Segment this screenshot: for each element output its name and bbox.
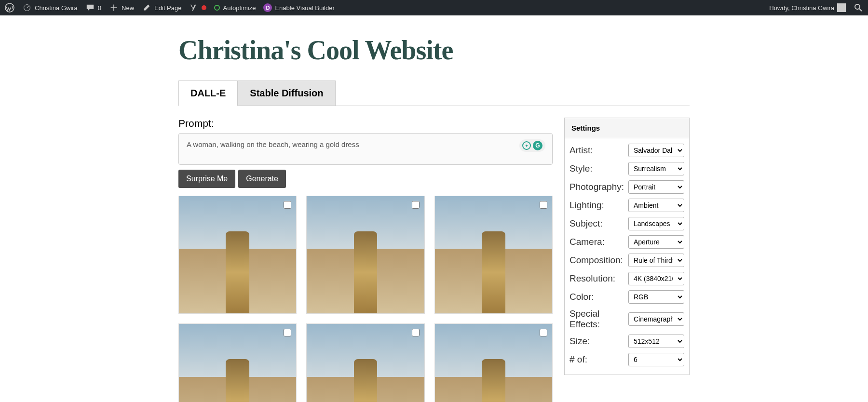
edit-page-label: Edit Page	[154, 4, 181, 12]
generate-button[interactable]: Generate	[238, 170, 286, 188]
tab-dalle[interactable]: DALL-E	[178, 80, 238, 106]
setting-label: Artist:	[570, 145, 624, 156]
setting-select[interactable]: 4K (3840x216	[628, 272, 684, 285]
prompt-text: A woman, walking on the beach, wearing a…	[187, 140, 359, 148]
select-image-checkbox[interactable]	[284, 329, 291, 336]
generator-tabs: DALL-E Stable Diffusion	[178, 80, 690, 106]
setting-label: Photography:	[570, 182, 624, 192]
search-icon	[854, 3, 863, 13]
admin-bar-right: Howdy, Christina Gwira	[769, 3, 863, 13]
svg-point-2	[855, 4, 860, 9]
site-name-label: Christina Gwira	[35, 4, 78, 12]
autoptimize-menu[interactable]: Autoptimize	[214, 4, 256, 12]
comments-count: 0	[98, 4, 101, 12]
setting-label: Style:	[570, 163, 624, 174]
setting-select[interactable]: Portrait	[628, 180, 684, 194]
status-circle-green-icon	[214, 5, 220, 11]
setting-select[interactable]: Rule of Thirds	[628, 254, 684, 267]
comments-menu[interactable]: 0	[85, 3, 101, 13]
howdy-text: Howdy, Christina Gwira	[769, 4, 834, 12]
new-label: New	[122, 4, 134, 12]
main-content: Christina's Cool Website DALL-E Stable D…	[178, 15, 690, 402]
button-row: Surprise Me Generate	[178, 170, 553, 188]
result-image[interactable]	[306, 196, 424, 314]
site-name-menu[interactable]: Christina Gwira	[22, 3, 78, 13]
visual-builder-label: Enable Visual Builder	[275, 4, 334, 12]
select-image-checkbox[interactable]	[540, 329, 547, 336]
setting-row: Subject:Landscapes	[570, 214, 684, 233]
setting-row: Style:Surrealism	[570, 160, 684, 178]
setting-select[interactable]: Landscapes	[628, 217, 684, 230]
settings-body: Artist:Salvador DalíStyle:SurrealismPhot…	[565, 138, 689, 375]
surprise-me-button[interactable]: Surprise Me	[178, 170, 235, 188]
select-image-checkbox[interactable]	[412, 329, 420, 336]
suggestion-icon[interactable]: ✦	[522, 141, 531, 150]
page-title: Christina's Cool Website	[178, 35, 690, 66]
setting-row: Photography:Portrait	[570, 178, 684, 196]
results-gallery	[178, 196, 553, 402]
tab-stable-diffusion[interactable]: Stable Diffusion	[238, 80, 335, 106]
setting-row: Artist:Salvador Dalí	[570, 141, 684, 160]
prompt-badges: ✦ G	[519, 139, 545, 152]
settings-panel: Settings Artist:Salvador DalíStyle:Surre…	[564, 118, 690, 375]
select-image-checkbox[interactable]	[540, 201, 547, 209]
setting-row: # of:6	[570, 350, 684, 369]
setting-row: Lighting:Ambient	[570, 196, 684, 214]
yoast-menu[interactable]	[189, 3, 206, 13]
admin-bar-left: Christina Gwira 0 New Edit Page	[5, 3, 335, 13]
setting-label: Resolution:	[570, 273, 624, 284]
setting-row: Size:512x512	[570, 332, 684, 350]
dashboard-icon	[22, 3, 32, 13]
setting-select[interactable]: 6	[628, 353, 684, 366]
setting-select[interactable]: RGB	[628, 290, 684, 304]
select-image-checkbox[interactable]	[284, 201, 291, 209]
setting-label: # of:	[570, 354, 624, 365]
account-menu[interactable]: Howdy, Christina Gwira	[769, 3, 846, 12]
prompt-input[interactable]: A woman, walking on the beach, wearing a…	[178, 133, 553, 165]
yoast-icon	[189, 3, 199, 13]
new-content-menu[interactable]: New	[109, 3, 134, 13]
result-image[interactable]	[306, 323, 424, 402]
setting-row: Color:RGB	[570, 288, 684, 306]
setting-label: Subject:	[570, 218, 624, 229]
left-column: Prompt: A woman, walking on the beach, w…	[178, 118, 553, 402]
setting-select[interactable]: Salvador Dalí	[628, 144, 684, 157]
autoptimize-label: Autoptimize	[223, 4, 256, 12]
setting-row: Camera:Aperture	[570, 233, 684, 251]
prompt-label: Prompt:	[178, 118, 553, 129]
grammarly-icon[interactable]: G	[533, 141, 542, 150]
status-dot-red-icon	[202, 5, 206, 10]
avatar	[837, 3, 846, 12]
setting-label: Size:	[570, 336, 624, 347]
divi-icon: D	[263, 3, 272, 12]
search-toggle[interactable]	[854, 3, 863, 13]
setting-select[interactable]: Surrealism	[628, 162, 684, 175]
settings-header: Settings	[565, 118, 689, 138]
setting-select[interactable]: Ambient	[628, 199, 684, 212]
setting-row: Composition:Rule of Thirds	[570, 251, 684, 269]
setting-select[interactable]: Aperture	[628, 235, 684, 249]
setting-row: Special Effects:Cinemagraph	[570, 306, 684, 332]
setting-label: Lighting:	[570, 200, 624, 211]
main-row: Prompt: A woman, walking on the beach, w…	[178, 118, 690, 402]
wp-admin-bar: Christina Gwira 0 New Edit Page	[0, 0, 868, 15]
wp-logo-menu[interactable]	[5, 3, 14, 13]
result-image[interactable]	[178, 196, 297, 314]
setting-row: Resolution:4K (3840x216	[570, 269, 684, 288]
result-image[interactable]	[178, 323, 297, 402]
setting-select[interactable]: Cinemagraph	[628, 312, 684, 326]
setting-label: Camera:	[570, 237, 624, 247]
pencil-icon	[142, 3, 151, 13]
wordpress-icon	[5, 3, 14, 13]
plus-icon	[109, 3, 119, 13]
divi-builder-menu[interactable]: D Enable Visual Builder	[263, 3, 334, 12]
edit-page-menu[interactable]: Edit Page	[142, 3, 181, 13]
setting-label: Color:	[570, 292, 624, 302]
result-image[interactable]	[434, 323, 553, 402]
comment-icon	[85, 3, 95, 13]
setting-select[interactable]: 512x512	[628, 335, 684, 348]
select-image-checkbox[interactable]	[412, 201, 420, 209]
setting-label: Composition:	[570, 255, 624, 266]
result-image[interactable]	[434, 196, 553, 314]
setting-label: Special Effects:	[570, 308, 624, 330]
